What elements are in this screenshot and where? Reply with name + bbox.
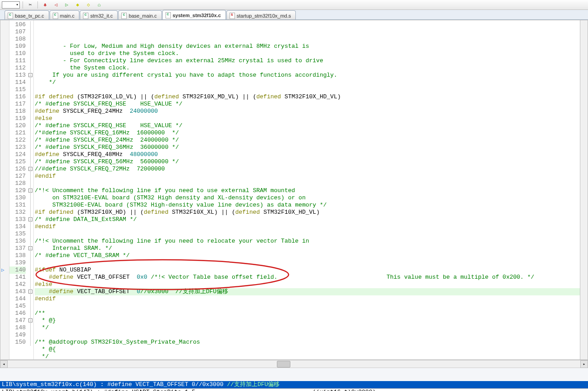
code-line[interactable]: #define VECT_TAB_OFFSET 0x0 /*!< Vector … (35, 274, 588, 281)
line-number: 121 (9, 129, 26, 137)
code-line[interactable]: #endif (35, 223, 588, 230)
tree-icon[interactable]: ♣ (41, 1, 50, 9)
fold-margin[interactable]: ------- (28, 20, 34, 359)
code-line[interactable]: #if defined (STM32F10X_HD) || (defined S… (35, 209, 588, 216)
line-number: 128 (9, 180, 26, 187)
code-line[interactable]: /* #define SYSCLK_FREQ_36MHz 36000000 */ (35, 144, 588, 151)
tab-label: base_tx_pc.c (15, 13, 44, 18)
line-number: 115 (9, 86, 26, 93)
line-number: 137 (9, 245, 26, 252)
toolbar: ✂ ♣ ◁ ▷ ◆ ◇ ⌂ (0, 0, 588, 10)
code-line[interactable]: /* #define SYSCLK_FREQ_56MHz 56000000 */ (35, 158, 588, 166)
code-editor[interactable]: ▷ 10610710810911011111211311411511611711… (0, 20, 588, 360)
code-line[interactable]: #else (35, 281, 588, 288)
code-area[interactable]: - For Low, Medium and High density devic… (34, 20, 588, 359)
nav-fwd-icon[interactable]: ▷ (62, 1, 71, 9)
line-number: 118 (9, 108, 26, 115)
code-line[interactable]: #define VECT_TAB_OFFSET 0//0x3000 //支持加上… (35, 288, 588, 295)
line-number: 122 (9, 137, 26, 144)
code-line[interactable]: */ (35, 324, 588, 331)
status-path2: LIB\stm32f10x_usart.h(147) : #define USA… (2, 389, 195, 391)
code-line[interactable]: /*!< Uncomment the following line if you… (35, 187, 588, 194)
breakpoint-margin[interactable]: ▷ (0, 20, 9, 359)
code-line[interactable]: the System clock. (35, 64, 588, 72)
scroll-left-button[interactable]: ◂ (0, 360, 8, 368)
tab-label: main.c (60, 13, 74, 18)
code-line[interactable] (35, 331, 588, 339)
code-line[interactable]: * @{ (35, 346, 588, 353)
code-line[interactable]: /* #define SYSCLK_FREQ_HSE HSE_VALUE */ (35, 122, 588, 129)
file-tab[interactable]: base_main.c (118, 10, 161, 19)
home-icon[interactable]: ⌂ (95, 1, 104, 9)
line-numbers: 1061071081091101111121131141151161171181… (9, 20, 28, 359)
code-line[interactable]: #else (35, 115, 588, 122)
code-line[interactable]: /** @addtogroup STM32F10x_System_Private… (35, 339, 588, 346)
line-number: 149 (9, 331, 26, 339)
code-line[interactable]: #ifdef NO_USBIAP (35, 267, 588, 274)
toolbar-separator (37, 1, 38, 9)
code-line[interactable] (35, 230, 588, 238)
code-line[interactable]: /*#define SYSCLK_FREQ_16MHz 16000000 */ (35, 129, 588, 137)
line-number: 129 (9, 187, 26, 194)
cut-icon[interactable]: ✂ (26, 1, 35, 9)
code-line[interactable] (35, 303, 588, 310)
status-path: LIB\system_stm32f10x.c(140) : (2, 381, 107, 388)
code-line[interactable]: /* #define SYSCLK_FREQ_HSE HSE_VALUE */ (35, 101, 588, 108)
file-tab[interactable]: main.c (50, 10, 79, 19)
tab-label: system_stm32f10x.c (173, 13, 221, 18)
code-line[interactable]: If you are using different crystal you h… (35, 72, 588, 79)
code-line[interactable]: used to drive the System clock. (35, 50, 588, 57)
line-number: 147 (9, 317, 26, 324)
scroll-thumb[interactable] (277, 361, 290, 368)
code-line[interactable]: Internal SRAM. */ (35, 245, 588, 252)
code-line[interactable]: - For Connectivity line devices an exter… (35, 57, 588, 64)
code-line[interactable]: STM32100E-EVAL board (STM32 High-density… (35, 202, 588, 209)
code-line[interactable]: /** (35, 310, 588, 317)
status-code: #define VECT_TAB_OFFSET 0//0x3000 (107, 381, 227, 388)
line-number: 138 (9, 252, 26, 259)
file-tab[interactable]: system_stm32f10x.c (162, 10, 226, 19)
file-tab[interactable]: stm32_it.c (80, 10, 118, 19)
scroll-track[interactable] (8, 360, 580, 368)
nav-back-icon[interactable]: ◁ (51, 1, 60, 9)
code-line[interactable] (35, 180, 588, 187)
file-tab[interactable]: base_tx_pc.c (5, 10, 49, 19)
diamond-down-icon[interactable]: ◇ (84, 1, 93, 9)
code-line[interactable]: #endif (35, 173, 588, 180)
scroll-right-button[interactable]: ▸ (580, 360, 588, 368)
toolbar-dropdown[interactable] (2, 1, 20, 9)
code-line[interactable]: /* #define VECT_TAB_SRAM */ (35, 252, 588, 259)
file-icon (53, 13, 58, 19)
code-line[interactable]: - For Low, Medium and High density devic… (35, 43, 588, 50)
code-line[interactable]: on STM3210E-EVAL board (STM32 High densi… (35, 194, 588, 202)
diamond-up-icon[interactable]: ◆ (73, 1, 82, 9)
code-line[interactable] (35, 86, 588, 93)
horizontal-scrollbar[interactable]: ◂ ▸ (0, 360, 588, 368)
line-number: 110 (9, 50, 26, 57)
code-line[interactable] (35, 259, 588, 267)
code-line[interactable]: */ (35, 353, 588, 359)
file-tab[interactable]: startup_stm32f10x_md.s (226, 10, 296, 19)
file-icon (121, 13, 127, 19)
code-line[interactable]: #define SYSCLK_FREQ_24MHz 24000000 (35, 108, 588, 115)
toolbar-separator (23, 1, 23, 9)
file-icon (83, 13, 88, 19)
code-line[interactable]: * @} (35, 317, 588, 324)
code-line[interactable]: #define SYSCLK_FREQ_48MHz 48000000 (35, 151, 588, 158)
line-number: 126 (9, 166, 26, 173)
tab-label: stm32_it.c (90, 13, 113, 18)
line-number: 144 (9, 295, 26, 303)
code-line[interactable]: //#define SYSCLK_FREQ_72MHz 72000000 (35, 166, 588, 173)
status-bar-line1: LIB\system_stm32f10x.c(140) : #define VE… (0, 381, 588, 388)
line-number: 133 (9, 216, 26, 223)
code-line[interactable]: /* #define DATA_IN_ExtSRAM */ (35, 216, 588, 223)
code-line[interactable]: */ (35, 79, 588, 86)
line-number: 127 (9, 173, 26, 180)
code-line[interactable]: /* #define SYSCLK_FREQ_24MHz 24000000 */ (35, 137, 588, 144)
code-line[interactable]: /*!< Uncomment the following line if you… (35, 238, 588, 245)
status-value2: ((uint16_t)0x3000) (312, 389, 376, 391)
vertical-scrollbar[interactable] (580, 20, 588, 359)
line-number: 114 (9, 79, 26, 86)
code-line[interactable]: #endif (35, 295, 588, 303)
code-line[interactable]: #if defined (STM32F10X_LD_VL) || (define… (35, 93, 588, 101)
